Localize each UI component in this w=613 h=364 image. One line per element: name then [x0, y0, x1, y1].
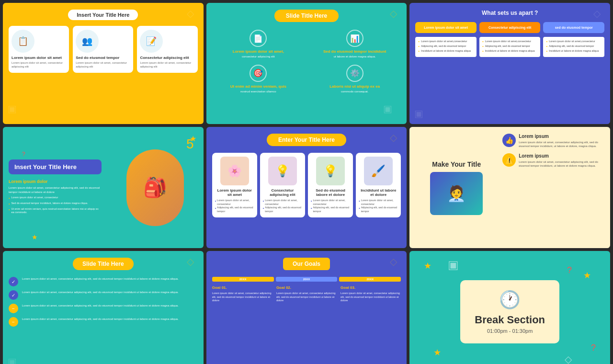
slide1-title: Insert Your Title Here [68, 10, 138, 20]
slide8-goal1-text: Lorem ipsum dolor sit amet, consectetur … [212, 292, 272, 303]
slide7-text-2: Lorem ipsum dolor sit amet, consectetur … [22, 290, 179, 294]
deco-star-2: ★ [32, 233, 38, 241]
deco-shape-6: ▣ [414, 108, 423, 119]
slide5-card1-bullets: •Lorem ipsum dolor sit amet, consectetur… [215, 199, 254, 214]
slide-2: ◇ ▣ Slide Title Here 📄 Lorem ipsum dolor… [206, 3, 407, 124]
slide8-goal2-num: Goal 02. [276, 285, 337, 290]
slide5-c3-b1: •Lorem ipsum dolor sit amet, consectetur [311, 199, 350, 206]
slide7-text-1: Lorem ipsum dolor sit amet, consectetur … [22, 277, 179, 281]
slide8-goals: Goal 01. Lorem ipsum dolor sit amet, con… [212, 285, 401, 303]
deco-shape-3: ◇ [390, 8, 397, 19]
slide6-text-2: Lorem ipsum Lorem ipsum dolor sit amet, … [519, 153, 605, 168]
slide7-title: Slide Title Here [73, 258, 133, 270]
deco-star-1: ★ [190, 134, 196, 143]
deco-shape-1: ◇ [187, 8, 194, 19]
slide6-block1-title: Lorem ipsum [519, 134, 605, 139]
slide5-card1-title: Lorem ipsum dolor sit amet [215, 188, 254, 197]
slide5-card2-img: 💡 [268, 157, 297, 185]
deco-q-2: ? [567, 265, 572, 275]
slide1-cards-row: 📋 Lorem ipsum dolor sit amet Lorem ipsum… [9, 26, 198, 73]
slide7-text-4: Lorem ipsum dolor sit amet, consectetur … [22, 317, 179, 321]
slide4-title-box: Insert Your Title Here [9, 159, 102, 174]
slide7-list: ✓ Lorem ipsum dolor sit amet, consectetu… [9, 277, 198, 327]
slide8-goal1-num: Goal 01. [212, 285, 272, 290]
slide4-bullet-2: •Sed do eiusmod tempor incididunt, labor… [9, 202, 102, 206]
deco-shape-9: ▣ [8, 356, 17, 364]
slide2-title: Slide Title Here [274, 10, 339, 22]
slide6-icon-1: 👍 [502, 134, 516, 147]
deco-shape-7: ◇ [390, 132, 397, 143]
slide7-check-2: ✓ [9, 290, 18, 300]
slide5-c2-b1: •Lorem ipsum dolor sit amet, consectetur [263, 199, 302, 206]
slide8-goal-1: Goal 01. Lorem ipsum dolor sit amet, con… [212, 285, 272, 303]
slide8-seg-2: 20XX [276, 277, 338, 282]
slide-4: ★ ★ ? Insert Your Title Here Lorem ipsum… [3, 127, 204, 248]
slide2-item-1: 📄 Lorem ipsum dolor sit amet, consectetu… [216, 30, 301, 59]
slide3-info3-item3: •Incididunt ut labore et dolore magna al… [546, 49, 602, 53]
slide4-left: Insert Your Title Here Lorem ipsum dolor… [3, 127, 107, 248]
slide5-card3-img: 💡 [316, 157, 345, 185]
slide5-card2-bullets: •Lorem ipsum dolor sit amet, consectetur… [263, 199, 302, 214]
slide8-timeline: 20XX 20XX 20XX [212, 277, 401, 282]
slide3-top-row: Lorem ipsum dolor sit amet Consectetur a… [415, 22, 604, 33]
slide3-badge3-text: sed do eiusmod tempor [546, 26, 602, 29]
slide8-seg3-label: 20XX [367, 278, 374, 281]
slide6-icon-2: ⚠️ [502, 153, 516, 167]
slide8-seg2-label: 20XX [303, 278, 310, 281]
slide5-card4-title: Incididunt ut labore et dolore [359, 188, 398, 197]
slide8-goal3-num: Goal 03. [341, 285, 401, 290]
slide3-info2-item3: •Incididunt ut labore et dolore magna al… [482, 49, 538, 53]
deco-star-3: ★ [424, 261, 431, 271]
slide6-right: 👍 Lorem ipsum Lorem ipsum dolor sit amet… [502, 134, 605, 241]
slide8-goal-3: Goal 03. Lorem ipsum dolor sit amet, con… [341, 285, 401, 303]
slide7-check-4: − [9, 317, 18, 327]
slide6-block1-body: Lorem ipsum dolor sit amet, consectetur … [519, 140, 605, 148]
deco-star-5: ★ [433, 347, 441, 358]
slide5-card1-img: 🌸 [220, 157, 249, 185]
slide8-goal3-text: Lorem ipsum dolor sit amet, consectetur … [341, 292, 401, 303]
deco-shape-2: ▣ [8, 103, 17, 114]
slide8-seg-3: 20XX [339, 277, 401, 282]
slide4-bullet-3: •Ut enim ad minim veniam, quis nostrud e… [9, 207, 102, 215]
slide3-info-2: •Lorem ipsum dolor sit amet,consectetur … [479, 37, 541, 57]
slide6-illustration: 🧑‍💼 [430, 172, 483, 215]
slide9-break-box: 🕐 Break Section 01:00pm - 01:30pm [460, 280, 559, 343]
slide3-info1-item2: •Adipiscing elit, sed do eiusmod tempor [418, 45, 474, 48]
slide1-card2-text: Lorem ipsum dolor sit amet, consectetur … [76, 61, 130, 69]
slide4-right: 🎒 5 [107, 127, 204, 248]
slide5-card-1: 🌸 Lorem ipsum dolor sit amet •Lorem ipsu… [212, 153, 257, 217]
slide5-title: Enter Your Title Here [267, 134, 346, 146]
slide2-item3-text: nostrud exercitation ullamco [240, 90, 276, 94]
slide5-card4-img: 🖌️ [364, 157, 393, 185]
slide1-card2-icon: 👥 [76, 30, 99, 53]
slide2-grid: 📄 Lorem ipsum dolor sit amet, consectetu… [216, 30, 397, 94]
deco-shape-10: ◇ [390, 256, 397, 267]
slide6-block-2: ⚠️ Lorem ipsum Lorem ipsum dolor sit ame… [502, 153, 605, 168]
slide2-item4-text: commodo consequat. [341, 90, 368, 94]
slide2-item2-text: ut labore et dolore magna aliqua. [334, 55, 376, 59]
slide8-goal2-text: Lorem ipsum dolor sit amet, consectetur … [276, 292, 337, 303]
slide1-card3-text: Lorem ipsum dolor sit amet, consectetur … [140, 61, 194, 69]
slide4-subtitle: Lorem ipsum dolor [9, 179, 102, 184]
slide7-item-2: ✓ Lorem ipsum dolor sit amet, consectetu… [9, 290, 198, 300]
slide9-break-title: Break Section [475, 314, 545, 326]
slide2-icon-2: 📊 [346, 30, 363, 47]
slide-9: ★ ★ ★ ? ? ▣ ◇ 🕐 Break Section 01:00pm - … [409, 251, 610, 364]
slide-7: ◇ ▣ Slide Title Here ✓ Lorem ipsum dolor… [3, 251, 204, 364]
slide1-card-3: 📝 Consectetur adipiscing elit Lorem ipsu… [137, 26, 197, 73]
slide4-bullets: •Lorem ipsum dolor sit amet, consectetur… [9, 196, 102, 216]
slide5-c4-b1: •Lorem ipsum dolor sit amet, consectetur [359, 199, 398, 206]
slide3-info3-item1: •Lorem ipsum dolor sit amet,consectetur [546, 40, 602, 44]
slide3-badge-2: Consectetur adipiscing elit [479, 22, 541, 33]
slide5-cards-row: 🌸 Lorem ipsum dolor sit amet •Lorem ipsu… [212, 153, 401, 217]
slide2-item1-title: Lorem ipsum dolor sit amet, [233, 49, 284, 54]
slide-6: Make Your Title 🧑‍💼 👍 Lorem ipsum Lorem … [409, 127, 610, 248]
slide5-card-4: 🖌️ Incididunt ut labore et dolore •Lorem… [356, 153, 401, 217]
slide2-icon-3: 🎯 [250, 65, 267, 82]
slide5-card-3: 💡 Sed do eiusmod labore et dolore •Lorem… [308, 153, 353, 217]
slide5-c3-b2: •Adipiscing elit, sed do eiusmod tempor [311, 206, 350, 213]
slide1-card1-icon: 📋 [11, 30, 34, 53]
slide5-card3-title: Sed do eiusmod labore et dolore [311, 188, 350, 197]
slide3-bottom-row: •Lorem ipsum dolor sit amet,consectetur … [415, 37, 604, 57]
slide3-badge1-text: Lorem ipsum dolor sit amet [418, 26, 474, 29]
